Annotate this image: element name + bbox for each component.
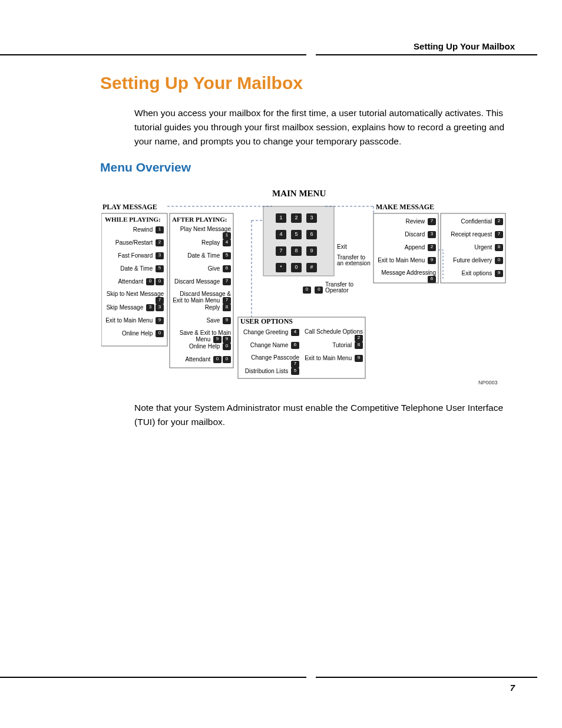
menu-overview-diagram: MAIN MENU PLAY MESSAGE MAKE MESSAGE WHIL… — [101, 185, 514, 387]
diagram-reference-id: NP0003 — [478, 380, 498, 386]
footer-rule-left — [0, 677, 306, 678]
diagram-label-while-playing: WHILE PLAYING: — [105, 216, 161, 223]
note-paragraph: Note that your System Administrator must… — [134, 401, 515, 429]
header-rule-left — [0, 54, 306, 55]
footer-rule-right — [316, 677, 537, 678]
running-header: Setting Up Your Mailbox — [414, 41, 515, 51]
diagram-label-user-options: USER OPTIONS — [240, 317, 293, 326]
keypad-exit-label: Exit — [337, 244, 347, 250]
diagram-label-play-message: PLAY MESSAGE — [103, 203, 157, 212]
header-rule-right — [316, 54, 537, 55]
diagram-label-make-message: MAKE MESSAGE — [376, 203, 434, 212]
diagram-label-after-playing: AFTER PLAYING: — [172, 216, 227, 223]
keypad-transfer-ext-label: Transfer to an extension — [337, 255, 371, 266]
diagram-title-main-menu: MAIN MENU — [272, 189, 326, 199]
section-heading-menu-overview: Menu Overview — [100, 160, 191, 174]
page-title: Setting Up Your Mailbox — [100, 73, 303, 93]
page-number: 7 — [510, 683, 515, 693]
intro-paragraph: When you access your mailbox for the fir… — [134, 106, 515, 149]
